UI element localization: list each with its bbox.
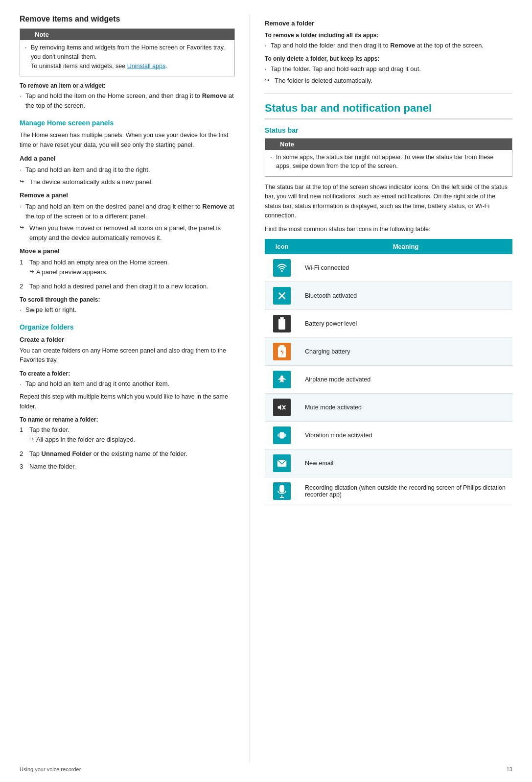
- remove-panel-sub: When you have moved or removed all icons…: [20, 223, 235, 242]
- left-column: Remove items and widgets Note By removin…: [0, 15, 250, 762]
- icon-cell-vibration: [265, 421, 299, 449]
- svg-rect-5: [280, 432, 284, 438]
- status-bar-main-title: Status bar and notification panel: [265, 102, 512, 119]
- status-body-2: Find the most common status bar icons in…: [265, 225, 512, 234]
- mic-icon: [273, 482, 291, 500]
- unnamed-folder-bold: Unnamed Folder: [42, 450, 92, 457]
- table-col-icon: Icon: [265, 239, 299, 254]
- icon-cell-battery: [265, 309, 299, 337]
- remove-bold: Remove: [202, 92, 227, 99]
- delete-folder-bullet: Tap the folder. Tap and hold each app an…: [265, 64, 512, 74]
- meaning-vibration: Vibration mode activated: [299, 421, 512, 449]
- footer-left: Using your voice recorder: [20, 766, 81, 772]
- status-bar-subtitle: Status bar: [265, 126, 512, 134]
- meaning-email: New email: [299, 449, 512, 477]
- name-step-1: 1 Tap the folder. All apps in the folder…: [20, 425, 235, 446]
- add-panel-sub: The device automatically adds a new pane…: [20, 177, 235, 187]
- remove-item-label: To remove an item or a widget:: [20, 82, 235, 89]
- remove-items-title: Remove items and widgets: [20, 15, 235, 24]
- icon-cell-charging: [265, 337, 299, 365]
- note-box-2: Note In some apps, the status bar might …: [265, 138, 512, 177]
- manage-panels-title: Manage Home screen panels: [20, 119, 235, 127]
- svg-rect-11: [279, 485, 284, 493]
- meaning-bluetooth: Bluetooth activated: [299, 282, 512, 309]
- name-step-3: 3 Name the folder.: [20, 462, 235, 472]
- move-step1-sub: A panel preview appears.: [29, 267, 169, 277]
- remove-folder-bold: Remove: [390, 42, 415, 49]
- remove-folder-bullet: Tap and hold the folder and then drag it…: [265, 41, 512, 50]
- footer-right: 13: [507, 766, 512, 772]
- wifi-icon: [273, 259, 291, 277]
- name-step-2: 2 Tap Unnamed Folder or the existing nam…: [20, 449, 235, 459]
- repeat-body: Repeat this step with multiple items whi…: [20, 392, 235, 411]
- meaning-wifi: Wi-Fi connected: [299, 254, 512, 282]
- remove-folder-label: To remove a folder including all its app…: [265, 32, 512, 39]
- svg-rect-0: [280, 317, 284, 319]
- table-col-meaning: Meaning: [299, 239, 512, 254]
- table-row: Wi-Fi connected: [265, 254, 512, 282]
- meaning-battery: Battery power level: [299, 309, 512, 337]
- create-folder-title: Create a folder: [20, 336, 235, 343]
- airplane-icon: [273, 371, 291, 388]
- icon-cell-bluetooth: [265, 282, 299, 309]
- table-row: Recording dictation (when outside the re…: [265, 477, 512, 505]
- move-step-2: 2 Tap and hold a desired panel and then …: [20, 282, 235, 291]
- remove-folder-title: Remove a folder: [265, 20, 512, 27]
- note-header-1: Note: [20, 29, 234, 40]
- icon-table: Icon Meaning: [265, 239, 512, 505]
- icon-cell-mute: [265, 393, 299, 421]
- remove-panel-bold: Remove: [202, 203, 227, 210]
- table-row: New email: [265, 449, 512, 477]
- create-folder-body: You can create folders on any Home scree…: [20, 346, 235, 365]
- note-body-2: In some apps, the status bar might not a…: [265, 150, 512, 177]
- battery-icon: [273, 315, 291, 332]
- table-row: Airplane mode activated: [265, 365, 512, 393]
- meaning-mute: Mute mode activated: [299, 393, 512, 421]
- uninstall-link[interactable]: Uninstall apps: [127, 63, 166, 70]
- name-folder-label: To name or rename a folder:: [20, 416, 235, 423]
- charging-icon: [273, 343, 291, 360]
- meaning-mic: Recording dictation (when outside the re…: [299, 477, 512, 505]
- right-column: Remove a folder To remove a folder inclu…: [250, 15, 532, 762]
- name-step1-sub: All apps in the folder are displayed.: [29, 435, 135, 445]
- divider-1: [265, 94, 512, 94]
- svg-rect-9: [285, 434, 286, 437]
- note-box-1: Note By removing items and widgets from …: [20, 28, 235, 76]
- scroll-label: To scroll through the panels:: [20, 296, 235, 303]
- svg-rect-8: [278, 434, 278, 437]
- organize-title: Organize folders: [20, 323, 235, 331]
- note-icon-1: [24, 32, 31, 37]
- page-footer: Using your voice recorder 13: [0, 766, 532, 772]
- create-folder-label: To create a folder:: [20, 370, 235, 377]
- table-row: Vibration mode activated: [265, 421, 512, 449]
- table-row: Mute mode activated: [265, 393, 512, 421]
- note-label-2: Note: [280, 141, 294, 148]
- table-row: Charging battery: [265, 337, 512, 365]
- add-panel-title: Add a panel: [20, 155, 235, 162]
- svg-rect-7: [284, 433, 285, 438]
- scroll-bullet: Swipe left or right.: [20, 305, 235, 315]
- icon-cell-airplane: [265, 365, 299, 393]
- bluetooth-icon: [273, 287, 291, 305]
- meaning-airplane: Airplane mode activated: [299, 365, 512, 393]
- note-body-1: By removing items and widgets from the H…: [20, 40, 234, 76]
- table-row: Battery power level: [265, 309, 512, 337]
- move-step-1: 1 Tap and hold an empty area on the Home…: [20, 258, 235, 279]
- meaning-charging: Charging battery: [299, 337, 512, 365]
- note-bullet-2: In some apps, the status bar might not a…: [270, 153, 507, 171]
- icon-cell-email: [265, 449, 299, 477]
- delete-folder-label: To only delete a folder, but keep its ap…: [265, 55, 512, 62]
- mute-icon: [273, 399, 291, 416]
- icon-cell-mic: [265, 477, 299, 505]
- svg-rect-1: [278, 319, 285, 330]
- svg-rect-2: [279, 345, 284, 347]
- svg-rect-6: [279, 433, 279, 438]
- remove-item-bullet: Tap and hold the item on the Home screen…: [20, 91, 235, 110]
- remove-panel-bullet: Tap and hold an item on the desired pane…: [20, 202, 235, 221]
- status-body-1: The status bar at the top of the screen …: [265, 183, 512, 221]
- table-row: Bluetooth activated: [265, 282, 512, 309]
- move-panel-title: Move a panel: [20, 247, 235, 255]
- note-header-2: Note: [265, 139, 512, 150]
- vibration-icon: [273, 427, 291, 444]
- note-icon-2: [269, 142, 276, 146]
